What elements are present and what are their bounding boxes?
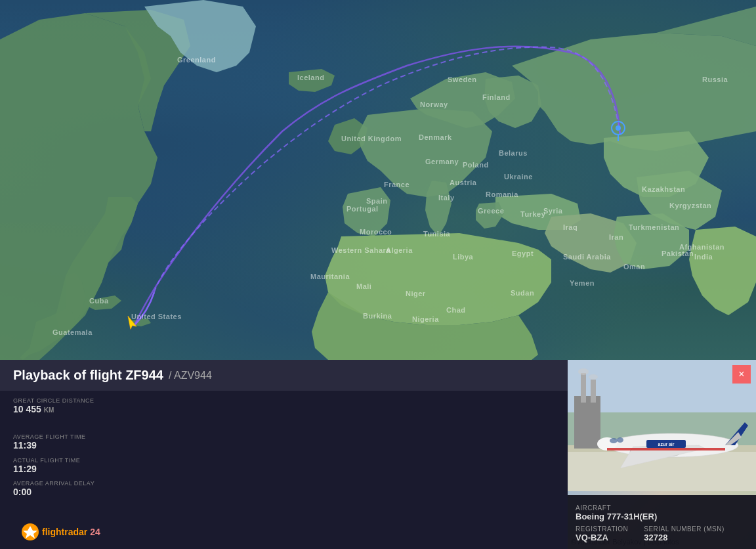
great-circle-block: GREAT CIRCLE DISTANCE 10 455 KM (13, 397, 94, 414)
svg-rect-12 (574, 396, 600, 449)
actual-flight-value: 11:29 (13, 464, 80, 474)
map-background (0, 0, 756, 360)
aircraft-reg-label: REGISTRATION (576, 525, 628, 533)
actual-flight-label: ACTUAL FLIGHT TIME (13, 457, 80, 464)
avg-arrival-label: AVERAGE ARRIVAL DELAY (13, 480, 94, 487)
flight-title: Playback of flight ZF944 (13, 368, 163, 383)
aircraft-serial-col: SERIAL NUMBER (MSN) 32728 (644, 525, 724, 542)
aircraft-info-row: AIRCRAFT Boeing 777-31H(ER) (576, 504, 748, 521)
avg-flight-label: AVERAGE FLIGHT TIME (13, 433, 86, 440)
aircraft-type-value: Boeing 777-31H(ER) (576, 512, 657, 521)
svg-rect-14 (591, 380, 596, 403)
flight-callsign: / AZV944 (169, 370, 212, 382)
svg-point-15 (578, 368, 589, 375)
svg-point-22 (617, 437, 623, 443)
great-circle-value: 10 455 KM (13, 404, 94, 414)
logo-suffix: 24 (90, 527, 100, 537)
aircraft-reg-row: REGISTRATION VQ-BZA SERIAL NUMBER (MSN) … (576, 525, 748, 542)
avg-flight-block: AVERAGE FLIGHT TIME 11:39 (13, 433, 86, 450)
avg-flight-value: 11:39 (13, 440, 86, 450)
photo-panel: × (568, 360, 756, 549)
fr24-icon (21, 523, 39, 541)
svg-point-16 (589, 374, 598, 380)
bottom-panel: Playback of flight ZF944 / AZV944 GREAT … (0, 360, 568, 549)
aircraft-reg-col: REGISTRATION VQ-BZA (576, 525, 628, 542)
aircraft-info: AIRCRAFT Boeing 777-31H(ER) REGISTRATION… (568, 495, 756, 549)
photo-svg: azur air (568, 360, 756, 491)
svg-rect-13 (581, 373, 586, 403)
aircraft-reg-value: VQ-BZA (576, 533, 628, 542)
aircraft-serial-value: 32728 (644, 533, 724, 542)
actual-flight-block: ACTUAL FLIGHT TIME 11:29 (13, 457, 80, 474)
svg-rect-25 (607, 448, 725, 450)
avg-arrival-block: AVERAGE ARRIVAL DELAY 0:00 (13, 480, 94, 497)
logo-text: flightradar (42, 527, 87, 537)
title-bar: Playback of flight ZF944 / AZV944 (0, 360, 568, 391)
svg-point-21 (610, 438, 618, 443)
logo-area: flightradar24 (8, 519, 114, 545)
svg-text:azur air: azur air (658, 442, 675, 447)
aircraft-type-col: AIRCRAFT Boeing 777-31H(ER) (576, 504, 657, 521)
avg-arrival-value: 0:00 (13, 487, 94, 497)
great-circle-label: GREAT CIRCLE DISTANCE (13, 397, 94, 404)
stats-row: GREAT CIRCLE DISTANCE 10 455 KM AVERAGE … (0, 391, 568, 414)
aircraft-serial-label: SERIAL NUMBER (MSN) (644, 525, 724, 533)
map-container: Greenland Iceland Norway Sweden Finland … (0, 0, 756, 360)
aircraft-type-label: AIRCRAFT (576, 504, 657, 512)
close-button[interactable]: × (732, 365, 751, 384)
